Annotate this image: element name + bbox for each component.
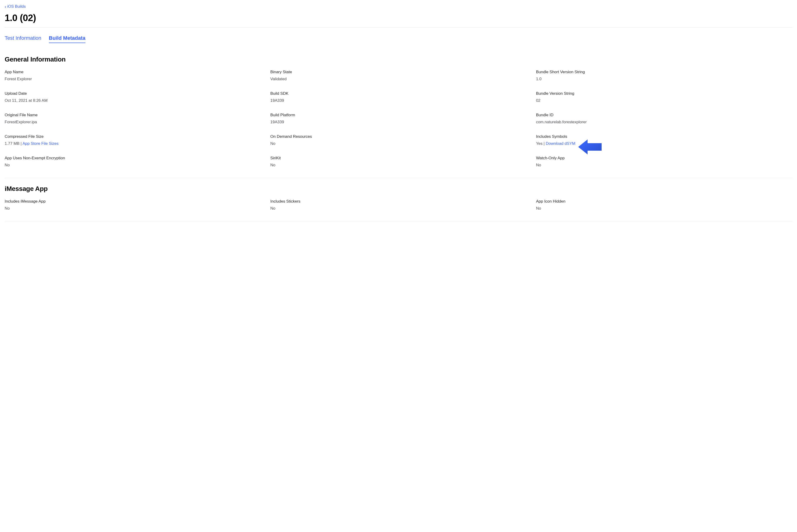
field-non-exempt-encryption: App Uses Non-Exempt Encryption No [5, 156, 261, 168]
section-title-imessage: iMessage App [5, 185, 792, 192]
field-label: SiriKit [270, 156, 527, 160]
tab-test-information[interactable]: Test Information [5, 35, 41, 43]
back-link[interactable]: ‹ iOS Builds [5, 0, 26, 11]
field-label: Watch-Only App [536, 156, 792, 160]
field-value: 02 [536, 98, 792, 103]
back-label: iOS Builds [7, 4, 26, 9]
field-value: 19A339 [270, 120, 527, 125]
field-value: Forest Explorer [5, 77, 261, 81]
field-bundle-version: Bundle Version String 02 [536, 91, 792, 103]
field-sirikit: SiriKit No [270, 156, 527, 168]
field-label: Includes Symbols [536, 134, 792, 139]
field-includes-imessage-app: Includes iMessage App No [5, 199, 261, 211]
field-bundle-short-version: Bundle Short Version String 1.0 [536, 70, 792, 81]
field-value: Yes | Download dSYM [536, 141, 792, 146]
field-value: 19A339 [270, 98, 527, 103]
general-grid: App Name Forest Explorer Binary State Va… [5, 70, 792, 168]
callout-arrow-icon [578, 138, 602, 155]
field-value: No [270, 163, 527, 168]
tab-build-metadata[interactable]: Build Metadata [49, 35, 86, 43]
field-value: ForestExplorer.ipa [5, 120, 261, 125]
field-build-platform: Build Platform 19A339 [270, 113, 527, 125]
field-value: com.naturelab.forestexplorer [536, 120, 792, 125]
chevron-left-icon: ‹ [5, 4, 6, 9]
field-value: No [270, 141, 527, 146]
field-label: Bundle Short Version String [536, 70, 792, 74]
field-value: No [536, 206, 792, 211]
field-label: Bundle ID [536, 113, 792, 117]
field-value: 1.0 [536, 77, 792, 81]
field-upload-date: Upload Date Oct 11, 2021 at 8:26 AM [5, 91, 261, 103]
field-value: 1.77 MB | App Store File Sizes [5, 141, 261, 146]
field-label: Upload Date [5, 91, 261, 96]
field-bundle-id: Bundle ID com.naturelab.forestexplorer [536, 113, 792, 125]
field-app-icon-hidden: App Icon Hidden No [536, 199, 792, 211]
field-label: Includes iMessage App [5, 199, 261, 204]
field-value: No [536, 163, 792, 168]
field-label: Build Platform [270, 113, 527, 117]
section-title-general: General Information [5, 56, 792, 63]
field-app-name: App Name Forest Explorer [5, 70, 261, 81]
field-label: Bundle Version String [536, 91, 792, 96]
field-original-file-name: Original File Name ForestExplorer.ipa [5, 113, 261, 125]
compressed-size-value: 1.77 MB | [5, 141, 22, 146]
field-build-sdk: Build SDK 19A339 [270, 91, 527, 103]
symbols-value: Yes | [536, 141, 546, 146]
field-value: No [270, 206, 527, 211]
field-label: App Icon Hidden [536, 199, 792, 204]
field-compressed-file-size: Compressed File Size 1.77 MB | App Store… [5, 134, 261, 146]
field-includes-symbols: Includes Symbols Yes | Download dSYM [536, 134, 792, 146]
field-value: Validated [270, 77, 527, 81]
field-label: Includes Stickers [270, 199, 527, 204]
svg-marker-0 [578, 139, 602, 154]
field-value: Oct 11, 2021 at 8:26 AM [5, 98, 261, 103]
field-value: No [5, 206, 261, 211]
imessage-grid: Includes iMessage App No Includes Sticke… [5, 199, 792, 211]
field-label: Original File Name [5, 113, 261, 117]
field-label: App Name [5, 70, 261, 74]
field-on-demand-resources: On Demand Resources No [270, 134, 527, 146]
field-label: Compressed File Size [5, 134, 261, 139]
field-includes-stickers: Includes Stickers No [270, 199, 527, 211]
page-title: 1.0 (02) [5, 13, 792, 23]
download-dsym-link[interactable]: Download dSYM [546, 141, 575, 146]
field-watch-only-app: Watch-Only App No [536, 156, 792, 168]
app-store-file-sizes-link[interactable]: App Store File Sizes [22, 141, 58, 146]
field-label: On Demand Resources [270, 134, 527, 139]
tabs: Test Information Build Metadata [5, 27, 792, 49]
field-label: App Uses Non-Exempt Encryption [5, 156, 261, 160]
divider [5, 178, 792, 178]
field-label: Binary State [270, 70, 527, 74]
field-binary-state: Binary State Validated [270, 70, 527, 81]
field-label: Build SDK [270, 91, 527, 96]
field-value: No [5, 163, 261, 168]
